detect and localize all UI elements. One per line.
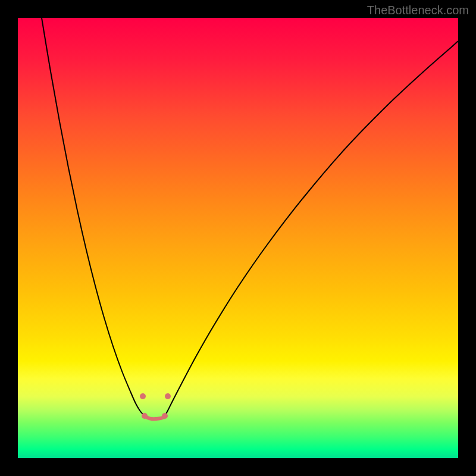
right-curve-line	[165, 41, 458, 416]
chart-container: TheBottleneck.com	[0, 0, 476, 476]
left-curve-line	[42, 18, 145, 416]
marker-dot	[162, 413, 168, 419]
marker-dot	[140, 393, 146, 399]
bottom-flat-segment	[145, 416, 165, 419]
marker-dot	[142, 413, 148, 419]
plot-area	[18, 18, 458, 458]
curve-svg	[18, 18, 458, 458]
marker-dot	[165, 393, 171, 399]
marker-dots	[140, 393, 171, 419]
watermark-text: TheBottleneck.com	[367, 4, 469, 17]
